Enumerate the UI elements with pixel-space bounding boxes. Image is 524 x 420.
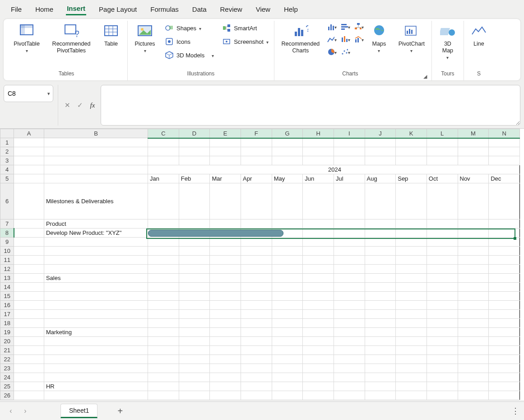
tab-formulas[interactable]: Formulas [149, 5, 180, 15]
cell-N21[interactable] [489, 346, 520, 355]
cell-F3[interactable] [241, 156, 272, 165]
cell-C5[interactable]: Jan [148, 174, 179, 183]
cell-N18[interactable] [489, 319, 520, 328]
col-header-G[interactable]: G [272, 129, 303, 138]
cell-A7[interactable] [14, 219, 44, 229]
cell-J2[interactable] [365, 147, 396, 156]
cell-L26[interactable] [427, 391, 458, 400]
cell-H23[interactable] [303, 364, 334, 373]
dialog-launcher-icon[interactable]: ◢ [423, 74, 427, 79]
cell-K6[interactable] [396, 183, 427, 219]
tab-review[interactable]: Review [219, 5, 243, 15]
cell-D10[interactable] [179, 247, 210, 256]
cell-B22[interactable] [44, 355, 148, 364]
cell-L11[interactable] [427, 256, 458, 265]
cell-E9[interactable] [210, 238, 241, 247]
cancel-formula-button[interactable]: ✕ [63, 101, 72, 109]
cell-B6[interactable]: Milestones & Deliverables [44, 183, 148, 219]
cell-H24[interactable] [303, 373, 334, 382]
cell-M1[interactable] [458, 138, 489, 147]
chevron-down-icon[interactable]: ▾ [47, 91, 50, 97]
cell-M19[interactable] [458, 328, 489, 337]
cell-I12[interactable] [334, 265, 365, 274]
smartart-button[interactable]: SmartArt [220, 23, 270, 33]
cell-B26[interactable] [44, 391, 148, 400]
col-header-I[interactable]: I [334, 129, 365, 138]
row-header-19[interactable]: 19 [0, 328, 14, 337]
cell-J19[interactable] [365, 328, 396, 337]
cell-C8[interactable] [148, 229, 179, 238]
cell-J14[interactable] [365, 283, 396, 292]
cell-A17[interactable] [14, 310, 44, 319]
sheet-tab-active[interactable]: Sheet1 [60, 404, 97, 418]
col-header-D[interactable]: D [179, 129, 210, 138]
row-header-23[interactable]: 23 [0, 364, 14, 373]
cell-D19[interactable] [179, 328, 210, 337]
cell-J11[interactable] [365, 256, 396, 265]
3d-map-button[interactable]: 3DMap ▾ [435, 22, 461, 62]
cell-E23[interactable] [210, 364, 241, 373]
spreadsheet[interactable]: ABCDEFGHIJKLMN123420245JanFebMarAprMayJu… [0, 128, 524, 400]
cell-D12[interactable] [179, 265, 210, 274]
cell-L13[interactable] [427, 274, 458, 283]
cell-N22[interactable] [489, 355, 520, 364]
line-chart-button[interactable]: ▾ [327, 34, 337, 44]
sheet-nav-prev[interactable]: ‹ [5, 407, 17, 415]
cell-E20[interactable] [210, 337, 241, 346]
cell-N24[interactable] [489, 373, 520, 382]
combo-chart-button[interactable]: ▾ [354, 34, 364, 44]
cell-E17[interactable] [210, 310, 241, 319]
cell-G20[interactable] [272, 337, 303, 346]
cell-D17[interactable] [179, 310, 210, 319]
cell-H15[interactable] [303, 292, 334, 301]
cell-M15[interactable] [458, 292, 489, 301]
cell-D22[interactable] [179, 355, 210, 364]
row-header-15[interactable]: 15 [0, 292, 14, 301]
cell-H17[interactable] [303, 310, 334, 319]
name-box[interactable] [7, 89, 45, 98]
bar-chart-button[interactable]: ▾ [340, 22, 350, 32]
cell-L23[interactable] [427, 364, 458, 373]
cell-L10[interactable] [427, 247, 458, 256]
row-header-1[interactable]: 1 [0, 138, 14, 147]
cell-B8[interactable]: Develop New Product: "XYZ" [44, 229, 148, 238]
cell-A22[interactable] [14, 355, 44, 364]
cell-M21[interactable] [458, 346, 489, 355]
cell-N23[interactable] [489, 364, 520, 373]
cell-A16[interactable] [14, 301, 44, 310]
cell-H8[interactable] [303, 229, 334, 238]
cell-N2[interactable] [489, 147, 520, 156]
cell-M16[interactable] [458, 301, 489, 310]
tab-page-layout[interactable]: Page Layout [98, 5, 138, 15]
cell-J18[interactable] [365, 319, 396, 328]
cell-A6[interactable] [14, 183, 44, 219]
row-header-13[interactable]: 13 [0, 274, 14, 283]
screenshot-button[interactable]: Screenshot ▾ [220, 36, 270, 47]
cell-K7[interactable] [396, 219, 427, 229]
cell-J23[interactable] [365, 364, 396, 373]
cell-I9[interactable] [334, 238, 365, 247]
cell-K22[interactable] [396, 355, 427, 364]
cell-M23[interactable] [458, 364, 489, 373]
cell-N13[interactable] [489, 274, 520, 283]
cell-D25[interactable] [179, 382, 210, 391]
cell-A19[interactable] [14, 328, 44, 337]
cell-J6[interactable] [365, 183, 396, 219]
cell-G18[interactable] [272, 319, 303, 328]
cell-J24[interactable] [365, 373, 396, 382]
cell-G17[interactable] [272, 310, 303, 319]
shapes-button[interactable]: Shapes ▾ [163, 23, 216, 33]
cell-G3[interactable] [272, 156, 303, 165]
cell-B10[interactable] [44, 247, 148, 256]
cell-F15[interactable] [241, 292, 272, 301]
cell-C14[interactable] [148, 283, 179, 292]
cell-H26[interactable] [303, 391, 334, 400]
cell-B23[interactable] [44, 364, 148, 373]
cell-J8[interactable] [365, 229, 396, 238]
cell-H5[interactable]: Jun [303, 174, 334, 183]
cell-I21[interactable] [334, 346, 365, 355]
cell-D20[interactable] [179, 337, 210, 346]
cell-E18[interactable] [210, 319, 241, 328]
cell-H9[interactable] [303, 238, 334, 247]
cell-I24[interactable] [334, 373, 365, 382]
